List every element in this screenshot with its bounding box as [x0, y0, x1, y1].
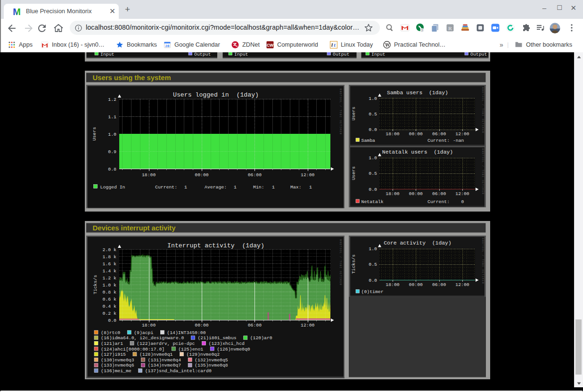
svg-text:Current:: Current: — [427, 199, 450, 204]
svg-text:06:00: 06:00 — [248, 323, 262, 328]
svg-text:0.2 k: 0.2 k — [103, 311, 117, 316]
svg-text:Current:: Current: — [155, 185, 177, 190]
svg-text:1.0: 1.0 — [369, 155, 377, 161]
svg-text:00:00: 00:00 — [409, 282, 423, 287]
svg-text:Users: Users — [92, 127, 97, 141]
svg-text:Samba: Samba — [361, 138, 376, 143]
svg-text:00:00: 00:00 — [195, 323, 209, 328]
svg-text:(16)idma64.0, i2c_designware.0: (16)idma64.0, i2c_designware.0 — [101, 335, 184, 341]
svg-text:Output: Output — [333, 52, 349, 57]
svg-text:(123)xhci_hcd: (123)xhci_hcd — [209, 341, 245, 346]
svg-text:(122)aerdrv, pcie-dpc: (122)aerdrv, pcie-dpc — [137, 341, 195, 346]
svg-text:(132)nvme0q5: (132)nvme0q5 — [195, 358, 228, 363]
svg-text:R: R — [448, 25, 452, 31]
svg-text:(135)nvme0q8: (135)nvme0q8 — [195, 363, 228, 368]
svg-text:12:00: 12:00 — [455, 191, 469, 196]
svg-text:Average:: Average: — [205, 185, 227, 190]
svg-text:(120)ar0: (120)ar0 — [250, 335, 272, 341]
svg-text:12:00: 12:00 — [301, 323, 315, 328]
svg-text:0.8 k: 0.8 k — [103, 290, 117, 295]
svg-text:1: 1 — [234, 185, 237, 190]
svg-text:0: 0 — [453, 199, 464, 204]
svg-text:Users: Users — [351, 106, 356, 121]
svg-text:Output: Output — [194, 52, 211, 57]
svg-text:00:00: 00:00 — [409, 131, 423, 137]
svg-text:Netatalk users (1day): Netatalk users (1day) — [382, 149, 453, 155]
svg-text:(133)nvme0q6: (133)nvme0q6 — [101, 363, 134, 368]
svg-text:Devices interrupt activity: Devices interrupt activity — [93, 224, 176, 232]
svg-text:1.2 k: 1.2 k — [103, 276, 117, 281]
svg-text:RRDTOOL / TOBI OETIKER: RRDTOOL / TOBI OETIKER — [339, 89, 342, 135]
svg-text:18:00: 18:00 — [142, 323, 156, 328]
svg-text:0.4 k: 0.4 k — [103, 304, 117, 309]
svg-text:(128)nvme0q1: (128)nvme0q1 — [140, 352, 173, 357]
svg-text:0.5: 0.5 — [369, 171, 377, 176]
svg-text:06:00: 06:00 — [248, 172, 262, 178]
svg-text:Input: Input — [100, 52, 114, 57]
svg-text:12:00: 12:00 — [301, 172, 315, 178]
svg-text:RRDTOOL / TOBI OETIKER: RRDTOOL / TOBI OETIKER — [481, 87, 484, 133]
svg-text:12:00: 12:00 — [455, 131, 469, 137]
svg-text:(8)rtc0: (8)rtc0 — [101, 330, 120, 335]
svg-text:(0)timer: (0)timer — [361, 289, 384, 294]
svg-text:Current:: Current: — [427, 138, 450, 143]
svg-text:1.0: 1.0 — [108, 132, 116, 137]
svg-text:28: 28 — [165, 43, 170, 48]
svg-text:06:00: 06:00 — [432, 282, 446, 287]
svg-text:1.2: 1.2 — [108, 97, 116, 102]
svg-text:Ticks/s: Ticks/s — [351, 254, 356, 274]
svg-text:Users using the system: Users using the system — [93, 74, 171, 82]
svg-text:1.8 k: 1.8 k — [103, 254, 117, 260]
svg-text:0.0: 0.0 — [369, 187, 377, 192]
svg-text:1.0 k: 1.0 k — [103, 283, 117, 288]
svg-text:1.0: 1.0 — [369, 96, 377, 101]
svg-text:00:00: 00:00 — [409, 191, 423, 196]
svg-text:18:00: 18:00 — [386, 131, 400, 137]
svg-text:(121)ar1: (121)ar1 — [101, 341, 123, 346]
svg-text:18:00: 18:00 — [142, 172, 156, 178]
svg-text:Samba users (1day): Samba users (1day) — [387, 90, 448, 96]
svg-text:0.0: 0.0 — [369, 278, 377, 283]
svg-text:Interrupt activity (1day): Interrupt activity (1day) — [167, 242, 264, 249]
svg-text:1.0: 1.0 — [369, 246, 377, 252]
svg-text:0.5: 0.5 — [369, 112, 377, 117]
svg-text:18:00: 18:00 — [386, 191, 400, 196]
svg-text:Min:: Min: — [253, 185, 264, 190]
svg-text:CW: CW — [267, 42, 274, 47]
svg-text:(127)i915: (127)i915 — [101, 352, 126, 357]
svg-text:Users logged in (1day): Users logged in (1day) — [173, 91, 259, 98]
svg-text:-nan: -nan — [453, 138, 464, 143]
svg-text:Input: Input — [371, 52, 385, 57]
svg-text:(130)nvme0q3: (130)nvme0q3 — [101, 358, 134, 363]
svg-text:RRDTOOL / TOBI OETIKER: RRDTOOL / TOBI OETIKER — [339, 239, 342, 286]
svg-text:(124)ahci[0000:00:17.0]: (124)ahci[0000:00:17.0] — [101, 347, 164, 352]
svg-text:(136)mei_me: (136)mei_me — [101, 368, 131, 374]
svg-text:0.0: 0.0 — [108, 318, 116, 323]
svg-text:0.9: 0.9 — [108, 149, 116, 155]
svg-text:RRDTOOL / TOBI OETIKER: RRDTOOL / TOBI OETIKER — [481, 238, 484, 284]
svg-text:(21)i801_smbus: (21)i801_smbus — [197, 335, 236, 341]
svg-text:Output: Output — [470, 52, 487, 57]
svg-text:?: ? — [421, 28, 423, 33]
svg-text:(125)eno1: (125)eno1 — [178, 347, 203, 352]
svg-text:(137)snd_hda_intel:card0: (137)snd_hda_intel:card0 — [145, 368, 212, 374]
svg-text:(9)acpi: (9)acpi — [134, 330, 153, 335]
svg-text:18:00: 18:00 — [386, 282, 400, 287]
svg-text:06:00: 06:00 — [432, 191, 446, 196]
svg-text:00:00: 00:00 — [195, 172, 209, 178]
svg-text:1.1: 1.1 — [108, 114, 116, 120]
svg-text:M: M — [13, 7, 21, 17]
svg-text:Input: Input — [234, 52, 248, 57]
svg-text:1.6 k: 1.6 k — [103, 261, 117, 267]
svg-text:RRDTOOL / TOBI OETIKER: RRDTOOL / TOBI OETIKER — [481, 148, 484, 195]
svg-text:(131)nvme0q4: (131)nvme0q4 — [148, 358, 181, 363]
svg-text:0.8: 0.8 — [108, 167, 116, 172]
svg-text:(129)nvme0q2: (129)nvme0q2 — [186, 352, 220, 357]
svg-text:1: 1 — [184, 185, 187, 190]
svg-text:12:00: 12:00 — [455, 282, 469, 287]
svg-text:1: 1 — [272, 185, 275, 190]
svg-text:06:00: 06:00 — [432, 131, 446, 137]
svg-text:2.0 k: 2.0 k — [103, 247, 117, 253]
svg-text:(14)INT3450:00: (14)INT3450:00 — [167, 330, 205, 335]
svg-text:Users: Users — [351, 166, 356, 180]
